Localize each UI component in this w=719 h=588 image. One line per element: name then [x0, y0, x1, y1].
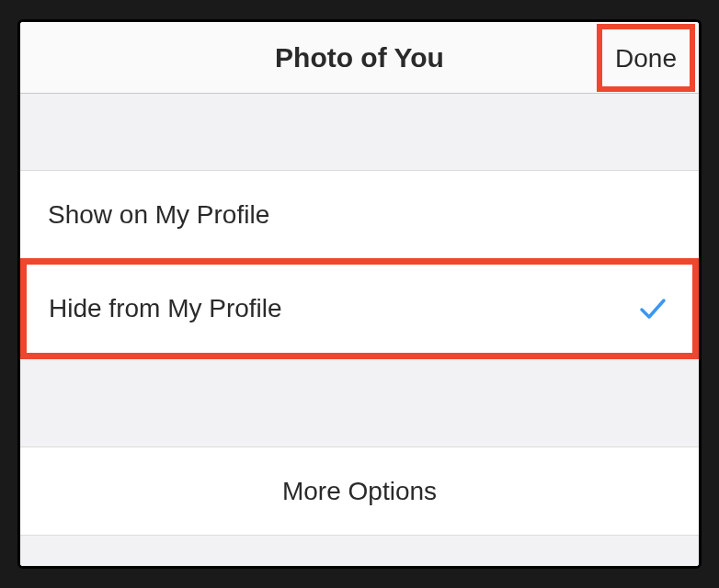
option-label: Hide from My Profile — [49, 294, 639, 323]
sheet-title: Photo of You — [275, 42, 444, 74]
option-hide-from-profile[interactable]: Hide from My Profile — [20, 258, 699, 359]
photo-of-you-sheet: Photo of You Done Show on My Profile Hid… — [17, 19, 702, 569]
checkmark-icon — [639, 295, 667, 322]
done-button[interactable]: Done — [597, 24, 695, 92]
spacer — [20, 536, 699, 566]
spacer — [20, 94, 699, 171]
option-show-on-profile[interactable]: Show on My Profile — [20, 171, 699, 259]
more-options-button[interactable]: More Options — [20, 447, 699, 536]
more-options-label: More Options — [282, 477, 437, 506]
done-button-label: Done — [615, 44, 677, 73]
spacer — [20, 359, 699, 447]
sheet-header: Photo of You Done — [20, 22, 699, 94]
option-label: Show on My Profile — [48, 200, 671, 230]
